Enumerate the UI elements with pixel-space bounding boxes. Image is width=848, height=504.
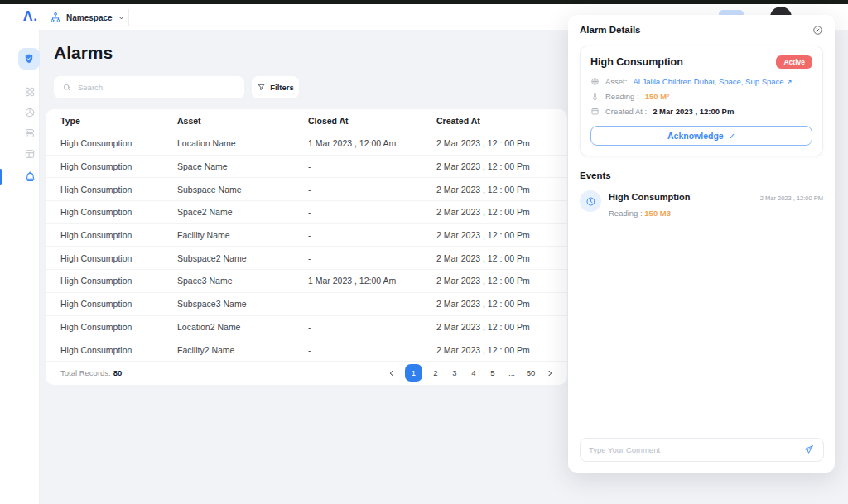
search-icon [62, 83, 72, 93]
sidebar [0, 30, 40, 504]
total-records-value: 80 [113, 368, 123, 377]
event-item: High Consumption 2 Mar 2023 , 12:00 PM R… [580, 190, 823, 218]
cell-type: High Consumption [46, 185, 177, 194]
cell-type: High Consumption [46, 299, 177, 309]
event-avatar [580, 190, 601, 212]
sidebar-item-shield[interactable] [18, 48, 40, 70]
sidebar-item-dashboard[interactable] [23, 85, 36, 98]
pagination-page-1[interactable]: 1 [405, 364, 422, 382]
pagination-page-3[interactable]: 3 [449, 368, 460, 377]
acknowledge-button[interactable]: Acknowledge ✓ [590, 126, 812, 146]
shield-icon [23, 53, 35, 65]
asset-row: Asset: Al Jalila Children Dubai, Space, … [590, 77, 812, 86]
pagination-page-5[interactable]: 5 [487, 368, 499, 377]
pagination: 12345...50 [386, 364, 556, 382]
total-records-label: Total Records: [60, 368, 111, 377]
alarm-summary-card: High Consumption Active Asset: Al Jalila… [580, 46, 823, 156]
comment-box[interactable] [580, 438, 824, 462]
cell-type: High Consumption [46, 322, 177, 332]
app-logo: Λ. [23, 8, 38, 25]
cell-type: High Consumption [46, 253, 177, 263]
sidebar-item-alarms[interactable] [23, 170, 36, 183]
table-row[interactable]: High ConsumptionSubspace2 Name-2 Mar 202… [46, 247, 567, 270]
cell-created_at: 2 Mar 2023 , 12 : 00 Pm [436, 345, 567, 355]
reading-row: Reading : 150 M³ [590, 92, 812, 101]
send-paper-plane-icon [803, 444, 814, 455]
cell-closed_at: - [308, 161, 436, 171]
cell-closed_at: - [308, 322, 436, 332]
cell-asset: Space3 Name [177, 276, 308, 286]
cell-created_at: 2 Mar 2023 , 12 : 00 Pm [436, 322, 567, 332]
sidebar-item-globe[interactable] [23, 106, 36, 119]
acknowledge-label: Acknowledge [667, 131, 724, 141]
layout-icon [24, 148, 36, 160]
cell-asset: Subspace3 Name [177, 299, 308, 309]
cell-closed_at: - [308, 299, 436, 309]
cell-closed_at: - [308, 253, 436, 263]
event-reading-label: Reading : [609, 209, 643, 218]
search-input[interactable] [78, 83, 236, 92]
cell-closed_at: 1 Mar 2023 , 12:00 Am [308, 138, 436, 148]
cell-asset: Facility Name [177, 230, 308, 240]
cell-created_at: 2 Mar 2023 , 12 : 00 Pm [436, 276, 567, 286]
pagination-page-50[interactable]: 50 [525, 368, 537, 377]
pagination-page-4[interactable]: 4 [468, 368, 479, 377]
globe-icon [24, 107, 36, 118]
close-panel-button[interactable] [811, 23, 824, 36]
table-footer: Total Records: 80 12345...50 [46, 362, 567, 385]
cell-created_at: 2 Mar 2023 , 12 : 00 Pm [436, 185, 567, 194]
cell-type: High Consumption [46, 276, 177, 286]
sidebar-item-assets[interactable] [23, 127, 36, 140]
cell-type: High Consumption [46, 161, 177, 171]
external-link-icon: ↗ [786, 78, 793, 86]
cell-closed_at: - [308, 185, 436, 194]
cell-type: High Consumption [46, 230, 177, 240]
cell-closed_at: 1 Mar 2023 , 12:00 Am [308, 276, 436, 286]
alarm-bell-icon [24, 170, 36, 183]
pagination-prev-button[interactable] [386, 366, 398, 381]
pagination-page-2[interactable]: 2 [430, 368, 441, 377]
filters-label: Filters [270, 83, 294, 92]
namespace-dropdown[interactable]: Namespace [50, 7, 125, 27]
table-row[interactable]: High ConsumptionSpace2 Name-2 Mar 2023 ,… [46, 201, 567, 224]
table-row[interactable]: High ConsumptionLocation2 Name-2 Mar 202… [46, 316, 567, 339]
table-row[interactable]: High ConsumptionFacility2 Name-2 Mar 202… [46, 338, 567, 362]
sidebar-item-layout[interactable] [23, 147, 36, 161]
column-header-type: Type [46, 116, 177, 126]
check-icon: ✓ [729, 132, 735, 141]
pagination-next-button[interactable] [544, 366, 556, 381]
cell-created_at: 2 Mar 2023 , 12 : 00 Pm [436, 161, 567, 171]
table-row[interactable]: High ConsumptionFacility Name-2 Mar 2023… [46, 224, 567, 247]
cell-type: High Consumption [46, 345, 177, 355]
sidebar-active-indicator [0, 169, 2, 185]
panel-header: Alarm Details [568, 15, 835, 43]
chevron-down-icon [118, 14, 125, 22]
table-row[interactable]: High ConsumptionSpace3 Name1 Mar 2023 , … [46, 270, 567, 293]
page-title: Alarms [54, 43, 113, 63]
alarm-name: High Consumption [590, 56, 683, 68]
comment-input[interactable] [589, 445, 802, 454]
alarm-details-panel: Alarm Details High Consumption Active [568, 15, 835, 473]
asset-globe-icon [590, 77, 600, 86]
asset-label: Asset: [605, 77, 627, 86]
search-box[interactable] [54, 76, 244, 98]
asset-link[interactable]: Al Jalila Children Dubai, Space, Sup Spa… [633, 77, 792, 86]
alarm-clock-icon [585, 196, 596, 207]
table-row[interactable]: High ConsumptionSubspace Name-2 Mar 2023… [46, 178, 567, 201]
column-header-closed-at: Closed At [308, 116, 436, 126]
cell-asset: Subspace Name [177, 185, 308, 194]
filters-button[interactable]: Filters [252, 76, 299, 98]
cell-closed_at: - [308, 345, 436, 355]
pagination-ellipsis[interactable]: ... [506, 368, 518, 377]
status-badge: Active [776, 55, 812, 69]
cell-asset: Location2 Name [177, 322, 308, 332]
table-row[interactable]: High ConsumptionSpace Name-2 Mar 2023 , … [46, 156, 567, 179]
column-header-created-at: Created At [436, 116, 567, 126]
app-screen: Λ. Namespace [0, 0, 848, 504]
send-comment-button[interactable] [802, 444, 815, 457]
reading-label: Reading : [605, 92, 639, 101]
hierarchy-icon [50, 12, 61, 23]
table-body: High ConsumptionLocation Name1 Mar 2023 … [46, 132, 567, 362]
table-row[interactable]: High ConsumptionSubspace3 Name-2 Mar 202… [46, 293, 567, 316]
table-row[interactable]: High ConsumptionLocation Name1 Mar 2023 … [46, 132, 567, 156]
